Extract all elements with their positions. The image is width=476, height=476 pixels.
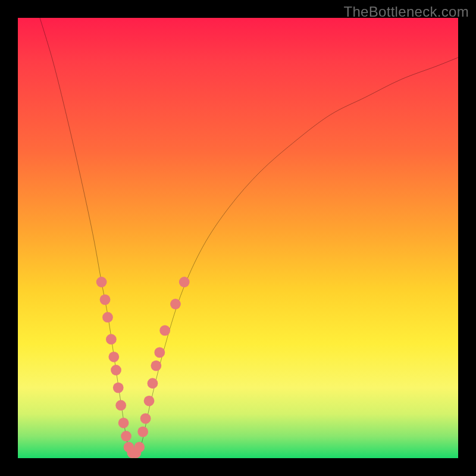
highlight-dot xyxy=(148,378,158,389)
highlight-dot xyxy=(96,277,107,287)
highlight-dot xyxy=(102,312,113,322)
highlight-dot xyxy=(111,365,121,375)
chart-frame: TheBottleneck.com xyxy=(0,0,476,476)
highlight-dot xyxy=(151,361,161,371)
highlight-dot xyxy=(170,299,181,309)
highlight-dot xyxy=(106,334,117,345)
highlight-dot xyxy=(118,418,129,428)
bottleneck-curve xyxy=(40,18,458,454)
highlight-dot xyxy=(154,347,165,358)
highlight-dot xyxy=(144,396,155,406)
highlight-dot xyxy=(137,427,148,437)
highlight-dot xyxy=(108,352,119,362)
highlight-dot xyxy=(115,400,126,411)
highlight-dot xyxy=(179,277,190,287)
highlight-dots xyxy=(96,277,190,458)
highlight-dot xyxy=(100,295,111,305)
watermark-text: TheBottleneck.com xyxy=(343,4,469,20)
plot-area xyxy=(18,18,458,458)
highlight-dot xyxy=(121,431,131,441)
highlight-dot xyxy=(113,383,124,393)
chart-svg xyxy=(18,18,458,458)
highlight-dot xyxy=(140,414,151,424)
highlight-dot xyxy=(159,325,170,336)
highlight-dot xyxy=(134,442,145,453)
